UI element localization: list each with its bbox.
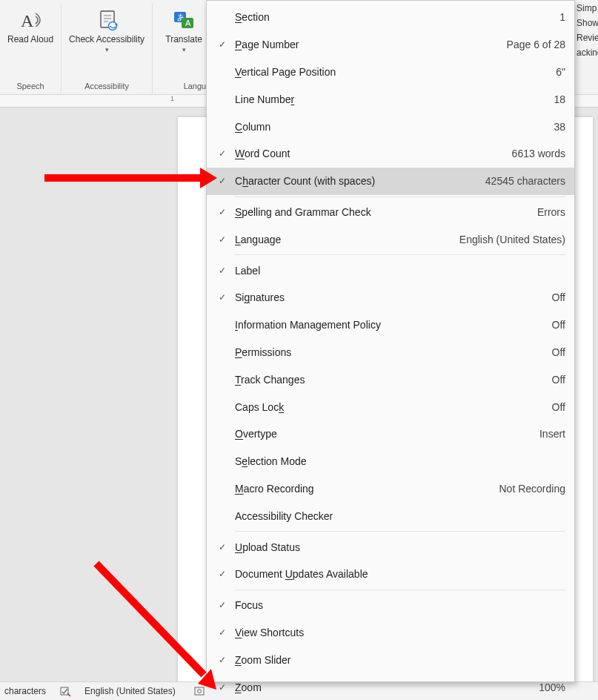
menu-item-label: Permissions: [230, 346, 552, 358]
menu-item[interactable]: Vertical Page Position6": [207, 59, 574, 86]
menu-item[interactable]: OvertypeInsert: [207, 420, 574, 448]
menu-item[interactable]: Selection Mode: [207, 448, 574, 475]
menu-item-label: Label: [230, 265, 565, 277]
menu-item-label: Column: [230, 121, 554, 133]
check-icon: ✓: [214, 148, 230, 159]
menu-item[interactable]: Caps LockOff: [207, 393, 574, 420]
menu-item-value: Not Recording: [499, 483, 566, 495]
menu-item-label: Vertical Page Position: [230, 66, 556, 78]
menu-separator: [235, 197, 565, 197]
menu-item-value: Off: [552, 401, 565, 413]
menu-item-value: 18: [554, 93, 565, 105]
menu-separator: [235, 254, 565, 255]
menu-item[interactable]: ✓Upload Status: [207, 533, 574, 561]
menu-item-label: Caps Lock: [230, 401, 552, 413]
status-language[interactable]: English (United States): [84, 686, 176, 696]
menu-item-value: Insert: [539, 428, 565, 440]
menu-item[interactable]: Column38: [207, 113, 574, 140]
menu-item[interactable]: PermissionsOff: [207, 339, 574, 366]
menu-item-label: Page Number: [230, 39, 507, 50]
menu-item-value: Off: [552, 291, 565, 303]
check-icon: ✓: [214, 627, 230, 638]
menu-item-value: 6613 words: [512, 148, 565, 159]
group-label-accessibility: Accessibility: [84, 80, 129, 93]
translate-button[interactable]: あA Translate ▾: [162, 4, 205, 56]
check-icon: ✓: [214, 176, 230, 186]
svg-text:A: A: [185, 19, 191, 27]
read-aloud-button[interactable]: A Read Aloud: [4, 4, 56, 46]
check-accessibility-label: Check Accessibility: [69, 34, 144, 44]
menu-item[interactable]: Macro RecordingNot Recording: [207, 475, 574, 503]
menu-item-value: Page 6 of 28: [507, 39, 565, 50]
menu-item-value: 42545 characters: [485, 175, 565, 187]
group-label-speech: Speech: [16, 80, 44, 93]
menu-item[interactable]: Information Management PolicyOff: [207, 311, 574, 339]
menu-separator: [235, 590, 565, 590]
menu-item[interactable]: ✓View Shortcuts: [207, 619, 574, 647]
menu-item-label: View Shortcuts: [230, 627, 565, 638]
menu-item[interactable]: ✓Word Count6613 words: [207, 140, 574, 168]
menu-item-value: 38: [554, 121, 565, 133]
menu-item-value: 6": [556, 66, 565, 78]
check-icon: ✓: [214, 207, 230, 217]
translate-label: Translate: [165, 34, 202, 44]
spellcheck-status-icon[interactable]: [59, 685, 71, 697]
check-icon: ✓: [214, 265, 230, 276]
translate-icon: あA: [171, 7, 196, 33]
right-partial-labels: Simp Show Revie acking: [577, 0, 598, 58]
menu-item-value: Errors: [537, 206, 565, 218]
check-icon: ✓: [214, 600, 230, 610]
read-aloud-label: Read Aloud: [7, 34, 53, 44]
check-icon: ✓: [214, 39, 230, 50]
chevron-down-icon: ▾: [182, 46, 186, 54]
menu-item[interactable]: Section1: [207, 4, 574, 31]
status-bar-context-menu: Section1✓Page NumberPage 6 of 28Vertical…: [206, 0, 575, 682]
menu-item[interactable]: Accessibility Checker: [207, 502, 574, 529]
check-icon: ✓: [214, 234, 230, 245]
svg-point-2: [109, 22, 117, 30]
menu-item[interactable]: ✓Spelling and Grammar CheckErrors: [207, 199, 574, 226]
menu-item-value: 100%: [539, 681, 565, 693]
menu-item-label: Spelling and Grammar Check: [230, 206, 537, 218]
menu-item[interactable]: Line Number18: [207, 85, 574, 113]
menu-item[interactable]: ✓Zoom100%: [207, 673, 574, 700]
menu-item[interactable]: ✓Focus: [207, 592, 574, 619]
menu-item-label: Signatures: [230, 291, 552, 303]
status-characters[interactable]: characters: [4, 686, 46, 696]
menu-item-label: Language: [230, 234, 459, 245]
menu-item-label: Selection Mode: [230, 455, 565, 467]
check-icon: ✓: [214, 569, 230, 579]
menu-item-value: 1: [559, 11, 565, 23]
menu-item[interactable]: ✓Document Updates Available: [207, 561, 574, 588]
menu-item-label: Upload Status: [230, 541, 565, 553]
macro-status-icon[interactable]: [193, 685, 205, 697]
menu-item[interactable]: Track ChangesOff: [207, 366, 574, 393]
menu-item[interactable]: ✓LanguageEnglish (United States): [207, 225, 574, 253]
check-accessibility-button[interactable]: Check Accessibility ▾: [66, 4, 147, 56]
menu-item[interactable]: ✓Character Count (with spaces)42545 char…: [207, 168, 574, 195]
svg-point-12: [197, 690, 201, 693]
menu-item-label: Information Management Policy: [230, 319, 552, 331]
menu-item[interactable]: ✓Page NumberPage 6 of 28: [207, 31, 574, 59]
menu-item-value: Off: [552, 374, 565, 386]
menu-item[interactable]: ✓Label: [207, 257, 574, 284]
menu-item-label: Section: [230, 11, 559, 23]
menu-item-value: Off: [552, 346, 565, 358]
menu-separator: [235, 531, 565, 532]
menu-item-label: Focus: [230, 599, 565, 611]
menu-item[interactable]: ✓Zoom Slider: [207, 646, 574, 673]
accessibility-icon: [94, 7, 119, 33]
menu-item-label: Character Count (with spaces): [230, 175, 485, 187]
check-icon: ✓: [214, 542, 230, 552]
menu-item[interactable]: ✓SignaturesOff: [207, 284, 574, 311]
check-icon: ✓: [214, 292, 230, 303]
chevron-down-icon: ▾: [105, 46, 109, 54]
menu-item-label: Document Updates Available: [230, 568, 565, 580]
menu-item-value: Off: [552, 319, 565, 331]
menu-item-label: Word Count: [230, 148, 512, 159]
menu-item-label: Overtype: [230, 428, 539, 440]
check-icon: ✓: [214, 682, 230, 693]
read-aloud-icon: A: [18, 7, 43, 33]
svg-text:A: A: [21, 11, 34, 30]
check-icon: ✓: [214, 655, 230, 665]
